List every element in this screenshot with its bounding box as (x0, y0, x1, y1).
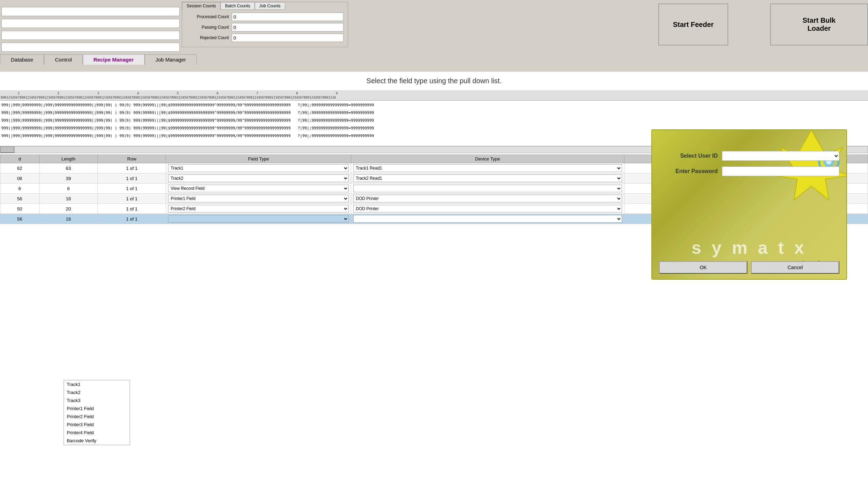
col-header-length: Length (39, 155, 97, 163)
user-id-row: Select User ID (659, 151, 839, 161)
devicetype-select-2[interactable]: Track2 Read1 (353, 174, 622, 182)
cell-start: 56 (0, 214, 39, 224)
tab-control[interactable]: Control (44, 54, 82, 65)
cell-fieldtype: Track1 Track2 (166, 214, 351, 224)
cell-row: 1 of 1 (97, 194, 166, 204)
cell-row: 1 of 1 (97, 204, 166, 214)
col-header-devicetype: Device Type (351, 155, 624, 163)
col-header-fieldtype: Field Type (166, 155, 351, 163)
devicetype-select-3[interactable] (353, 185, 622, 192)
cell-devicetype (351, 214, 624, 224)
cell-fieldtype: View Record Field (166, 184, 351, 194)
processed-count-row: Processed Count (186, 13, 343, 21)
password-input[interactable] (722, 166, 839, 176)
cell-fieldtype: Track1 (166, 163, 351, 173)
start-feeder-button[interactable]: Start Feeder (658, 3, 728, 45)
cell-fieldtype: Track2 (166, 173, 351, 184)
tab-job-manager[interactable]: Job Manager (145, 54, 197, 65)
left-input-3[interactable] (1, 31, 180, 40)
cell-length: 63 (39, 163, 97, 173)
data-row-1: 999||999|99999999||999|9999999999999999|… (0, 101, 868, 109)
dropdown-item-printer1[interactable]: Printer1 Field (64, 404, 130, 413)
cell-start: 6 (0, 184, 39, 194)
dropdown-item-printer2[interactable]: Printer2 Field (64, 413, 130, 421)
login-form: Select User ID Enter Password (659, 151, 839, 182)
rejected-count-row: Rejected Count (186, 34, 343, 42)
ok-button[interactable]: OK (659, 261, 747, 274)
symatx-text: s y m a t x (692, 238, 807, 258)
cell-start: 56 (0, 194, 39, 204)
job-counts-tab[interactable]: Job Counts (255, 2, 285, 10)
dropdown-item-track3[interactable]: Track3 (64, 396, 130, 404)
password-row: Enter Password (659, 166, 839, 176)
cell-row: 1 of 1 (97, 163, 166, 173)
cancel-button[interactable]: Cancel (751, 261, 839, 274)
symatx-brand: s y m a t x (652, 238, 846, 258)
navigation-tabs: Database Control Recipe Manager Job Mana… (0, 54, 197, 65)
cell-fieldtype: Printer1 Field (166, 194, 351, 204)
cell-length: 39 (39, 173, 97, 184)
rejected-count-label: Rejected Count (186, 35, 232, 40)
processed-count-label: Processed Count (186, 14, 232, 19)
passing-count-label: Passing Count (186, 25, 232, 30)
tab-recipe-manager[interactable]: Recipe Manager (83, 54, 145, 65)
cell-row: 1 of 1 (97, 184, 166, 194)
cell-row: 1 of 1 (97, 173, 166, 184)
dropdown-item-printer4[interactable]: Printer4 Field (64, 429, 130, 437)
left-input-1[interactable] (1, 7, 180, 16)
cell-length: 16 (39, 194, 97, 204)
fieldtype-select-1[interactable]: Track1 (168, 164, 349, 172)
rejected-count-input[interactable] (232, 34, 343, 42)
instruction-text: Select the field type using the pull dow… (0, 72, 868, 90)
fieldtype-select-3[interactable]: View Record Field (168, 185, 349, 192)
ruler: 1 2 3 4 5 6 7 8 9 8901234567890123456789… (0, 90, 868, 101)
devicetype-select-4[interactable]: DOD Printer (353, 195, 622, 202)
cell-start: 06 (0, 173, 39, 184)
dropdown-item-printer3[interactable]: Printer3 Field (64, 421, 130, 429)
cell-devicetype: DOD Printer (351, 194, 624, 204)
col-header-start: d (0, 155, 39, 163)
left-input-4[interactable] (1, 43, 180, 52)
fieldtype-select-6[interactable]: Track1 Track2 (168, 215, 349, 223)
processed-count-input[interactable] (232, 13, 343, 21)
login-buttons: OK Cancel (659, 261, 839, 274)
fieldtype-select-5[interactable]: Printer2 Field (168, 205, 349, 213)
user-id-select[interactable] (722, 151, 839, 161)
cell-length: 6 (39, 184, 97, 194)
dropdown-item-track1[interactable]: Track1 (64, 380, 130, 388)
cell-fieldtype: Printer2 Field (166, 204, 351, 214)
fieldtype-dropdown: Track1 Track2 Track3 Printer1 Field Prin… (64, 380, 130, 445)
counts-panel: Session Counts Batch Counts Job Counts P… (182, 2, 348, 47)
cell-start: 50 (0, 204, 39, 214)
dropdown-item-barcode[interactable]: Barcode Verify (64, 437, 130, 445)
cell-start: 62 (0, 163, 39, 173)
cell-length: 16 (39, 214, 97, 224)
login-dialog: Select User ID Enter Password s y m a t … (651, 129, 847, 280)
counts-tabs: Session Counts Batch Counts Job Counts (182, 2, 348, 10)
password-label: Enter Password (659, 168, 722, 174)
data-row-3: 999||999|99999999||999|9999999999999999|… (0, 117, 868, 124)
cell-length: 20 (39, 204, 97, 214)
cell-row: 1 of 1 (97, 214, 166, 224)
devicetype-select-5[interactable]: DOD Printer (353, 205, 622, 213)
left-input-2[interactable] (1, 19, 180, 28)
devicetype-select-1[interactable]: Track1 Read1 (353, 164, 622, 172)
cell-devicetype: DOD Printer (351, 204, 624, 214)
cell-devicetype (351, 184, 624, 194)
cell-devicetype: Track1 Read1 (351, 163, 624, 173)
dropdown-item-track2[interactable]: Track2 (64, 388, 130, 396)
passing-count-input[interactable] (232, 23, 343, 31)
data-row-2: 999||999|99999999||999|9999999999999999|… (0, 109, 868, 117)
cell-devicetype: Track2 Read1 (351, 173, 624, 184)
left-inputs-area (0, 7, 182, 55)
batch-counts-tab[interactable]: Batch Counts (220, 2, 255, 10)
devicetype-select-6[interactable] (353, 215, 622, 223)
fieldtype-select-4[interactable]: Printer1 Field (168, 195, 349, 202)
fieldtype-select-2[interactable]: Track2 (168, 174, 349, 182)
counts-body: Processed Count Passing Count Rejected C… (182, 10, 348, 47)
col-header-row: Row (97, 155, 166, 163)
scrollbar-thumb[interactable] (0, 146, 14, 153)
session-counts-tab[interactable]: Session Counts (182, 2, 220, 10)
tab-database[interactable]: Database (0, 54, 44, 65)
start-bulk-loader-button[interactable]: Start BulkLoader (770, 3, 868, 45)
